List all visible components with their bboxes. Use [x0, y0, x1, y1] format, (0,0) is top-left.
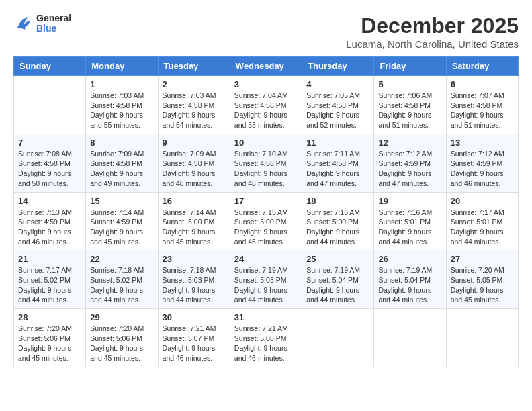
calendar-cell: 15Sunrise: 7:14 AM Sunset: 4:59 PM Dayli…: [86, 192, 158, 250]
calendar-cell: 10Sunrise: 7:10 AM Sunset: 4:58 PM Dayli…: [230, 134, 302, 192]
calendar-cell: 25Sunrise: 7:19 AM Sunset: 5:04 PM Dayli…: [302, 250, 374, 309]
calendar-cell: 5Sunrise: 7:06 AM Sunset: 4:58 PM Daylig…: [374, 76, 446, 134]
day-info: Sunrise: 7:19 AM Sunset: 5:04 PM Dayligh…: [378, 265, 441, 305]
calendar-cell: 7Sunrise: 7:08 AM Sunset: 4:58 PM Daylig…: [14, 134, 86, 192]
calendar-cell: 23Sunrise: 7:18 AM Sunset: 5:03 PM Dayli…: [158, 250, 230, 309]
calendar-cell: 21Sunrise: 7:17 AM Sunset: 5:02 PM Dayli…: [14, 250, 86, 309]
day-number: 14: [18, 196, 81, 206]
calendar-cell: 22Sunrise: 7:18 AM Sunset: 5:02 PM Dayli…: [86, 250, 158, 309]
calendar-cell: 29Sunrise: 7:20 AM Sunset: 5:06 PM Dayli…: [86, 309, 158, 367]
calendar-table: SundayMondayTuesdayWednesdayThursdayFrid…: [13, 56, 519, 367]
logo: General Blue: [13, 13, 71, 34]
calendar-cell: 13Sunrise: 7:12 AM Sunset: 4:59 PM Dayli…: [446, 134, 518, 192]
calendar-cell: 2Sunrise: 7:03 AM Sunset: 4:58 PM Daylig…: [158, 76, 230, 134]
day-info: Sunrise: 7:09 AM Sunset: 4:58 PM Dayligh…: [163, 149, 226, 189]
logo-text: General Blue: [36, 13, 71, 34]
day-number: 15: [90, 196, 153, 206]
calendar-week-row: 14Sunrise: 7:13 AM Sunset: 4:59 PM Dayli…: [14, 192, 519, 250]
calendar-cell: 1Sunrise: 7:03 AM Sunset: 4:58 PM Daylig…: [86, 76, 158, 134]
day-number: 5: [378, 79, 441, 89]
day-info: Sunrise: 7:05 AM Sunset: 4:58 PM Dayligh…: [306, 91, 369, 130]
day-number: 10: [234, 138, 298, 148]
calendar-cell: 26Sunrise: 7:19 AM Sunset: 5:04 PM Dayli…: [374, 250, 446, 309]
day-info: Sunrise: 7:21 AM Sunset: 5:07 PM Dayligh…: [163, 324, 226, 363]
day-info: Sunrise: 7:12 AM Sunset: 4:59 PM Dayligh…: [451, 149, 514, 189]
day-info: Sunrise: 7:10 AM Sunset: 4:58 PM Dayligh…: [234, 149, 298, 189]
calendar-cell: 19Sunrise: 7:16 AM Sunset: 5:01 PM Dayli…: [374, 192, 446, 250]
day-number: 21: [18, 254, 81, 264]
day-info: Sunrise: 7:17 AM Sunset: 5:01 PM Dayligh…: [451, 208, 514, 247]
day-info: Sunrise: 7:18 AM Sunset: 5:02 PM Dayligh…: [90, 265, 153, 305]
day-info: Sunrise: 7:04 AM Sunset: 4:58 PM Dayligh…: [234, 91, 298, 130]
calendar-cell: 11Sunrise: 7:11 AM Sunset: 4:58 PM Dayli…: [302, 134, 374, 192]
day-info: Sunrise: 7:18 AM Sunset: 5:03 PM Dayligh…: [163, 265, 226, 305]
day-number: 19: [378, 196, 441, 206]
day-number: 2: [163, 79, 226, 89]
day-info: Sunrise: 7:03 AM Sunset: 4:58 PM Dayligh…: [90, 91, 153, 130]
day-info: Sunrise: 7:13 AM Sunset: 4:59 PM Dayligh…: [18, 208, 81, 247]
day-info: Sunrise: 7:14 AM Sunset: 4:59 PM Dayligh…: [90, 208, 153, 247]
calendar-week-row: 28Sunrise: 7:20 AM Sunset: 5:06 PM Dayli…: [14, 309, 519, 367]
calendar-cell: 14Sunrise: 7:13 AM Sunset: 4:59 PM Dayli…: [14, 192, 86, 250]
day-number: 1: [90, 79, 153, 89]
title-section: December 2025 Lucama, North Carolina, Un…: [346, 13, 519, 50]
day-info: Sunrise: 7:20 AM Sunset: 5:06 PM Dayligh…: [90, 324, 153, 363]
month-title: December 2025: [346, 13, 519, 38]
day-of-week-header: Sunday: [14, 57, 86, 76]
day-info: Sunrise: 7:11 AM Sunset: 4:58 PM Dayligh…: [306, 149, 369, 189]
day-info: Sunrise: 7:19 AM Sunset: 5:04 PM Dayligh…: [306, 265, 369, 305]
calendar-cell: 28Sunrise: 7:20 AM Sunset: 5:06 PM Dayli…: [14, 309, 86, 367]
day-number: 26: [378, 254, 441, 264]
day-info: Sunrise: 7:06 AM Sunset: 4:58 PM Dayligh…: [378, 91, 441, 130]
day-info: Sunrise: 7:19 AM Sunset: 5:03 PM Dayligh…: [234, 265, 298, 305]
day-of-week-header: Saturday: [446, 57, 518, 76]
calendar-cell: 12Sunrise: 7:12 AM Sunset: 4:59 PM Dayli…: [374, 134, 446, 192]
day-number: 25: [306, 254, 369, 264]
calendar-cell: [446, 309, 518, 367]
day-number: 18: [306, 196, 369, 206]
day-info: Sunrise: 7:03 AM Sunset: 4:58 PM Dayligh…: [163, 91, 226, 130]
day-number: 22: [90, 254, 153, 264]
day-number: 31: [234, 312, 298, 322]
calendar-week-row: 21Sunrise: 7:17 AM Sunset: 5:02 PM Dayli…: [14, 250, 519, 309]
day-number: 7: [18, 138, 81, 148]
day-info: Sunrise: 7:16 AM Sunset: 5:00 PM Dayligh…: [306, 208, 369, 247]
calendar-cell: 18Sunrise: 7:16 AM Sunset: 5:00 PM Dayli…: [302, 192, 374, 250]
calendar-cell: 6Sunrise: 7:07 AM Sunset: 4:58 PM Daylig…: [446, 76, 518, 134]
day-number: 4: [306, 79, 369, 89]
day-number: 28: [18, 312, 81, 322]
day-of-week-header: Monday: [86, 57, 158, 76]
day-number: 3: [234, 79, 298, 89]
day-number: 20: [451, 196, 514, 206]
day-number: 29: [90, 312, 153, 322]
day-of-week-header: Thursday: [302, 57, 374, 76]
logo-icon: [13, 13, 34, 34]
day-number: 30: [163, 312, 226, 322]
day-number: 8: [90, 138, 153, 148]
day-number: 9: [163, 138, 226, 148]
day-info: Sunrise: 7:08 AM Sunset: 4:58 PM Dayligh…: [18, 149, 81, 189]
calendar-cell: 8Sunrise: 7:09 AM Sunset: 4:58 PM Daylig…: [86, 134, 158, 192]
calendar-cell: 20Sunrise: 7:17 AM Sunset: 5:01 PM Dayli…: [446, 192, 518, 250]
calendar-cell: [14, 76, 86, 134]
calendar-week-row: 1Sunrise: 7:03 AM Sunset: 4:58 PM Daylig…: [14, 76, 519, 134]
day-number: 13: [451, 138, 514, 148]
day-info: Sunrise: 7:12 AM Sunset: 4:59 PM Dayligh…: [378, 149, 441, 189]
day-number: 27: [451, 254, 514, 264]
page-header: General Blue December 2025 Lucama, North…: [13, 13, 519, 50]
calendar-cell: [374, 309, 446, 367]
location: Lucama, North Carolina, United States: [346, 38, 519, 50]
day-info: Sunrise: 7:17 AM Sunset: 5:02 PM Dayligh…: [18, 265, 81, 305]
day-number: 17: [234, 196, 298, 206]
day-info: Sunrise: 7:16 AM Sunset: 5:01 PM Dayligh…: [378, 208, 441, 247]
day-info: Sunrise: 7:20 AM Sunset: 5:06 PM Dayligh…: [18, 324, 81, 363]
calendar-cell: 24Sunrise: 7:19 AM Sunset: 5:03 PM Dayli…: [230, 250, 302, 309]
day-number: 6: [451, 79, 514, 89]
day-number: 11: [306, 138, 369, 148]
day-of-week-header: Friday: [374, 57, 446, 76]
day-info: Sunrise: 7:21 AM Sunset: 5:08 PM Dayligh…: [234, 324, 298, 363]
calendar-cell: [302, 309, 374, 367]
calendar-cell: 3Sunrise: 7:04 AM Sunset: 4:58 PM Daylig…: [230, 76, 302, 134]
day-info: Sunrise: 7:14 AM Sunset: 5:00 PM Dayligh…: [163, 208, 226, 247]
day-number: 23: [163, 254, 226, 264]
